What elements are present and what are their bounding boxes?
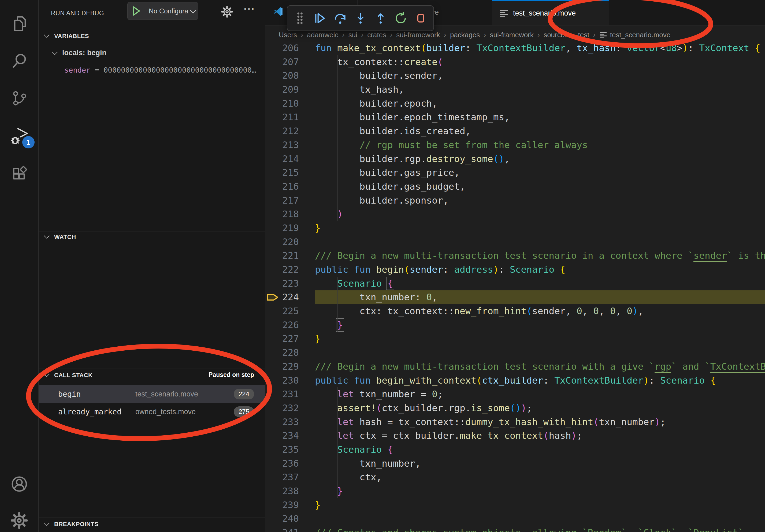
line-number[interactable]: 213 [265, 138, 315, 152]
code-line-219: 219} [265, 221, 765, 235]
line-number[interactable]: 231 [265, 387, 315, 401]
code-line-228: 228 [265, 346, 765, 360]
step-into-button[interactable] [353, 11, 368, 26]
line-number[interactable]: 214 [265, 152, 315, 166]
variables-scope-row[interactable]: locals: begin [53, 49, 106, 57]
line-number[interactable]: 228 [265, 346, 315, 360]
line-number[interactable]: 234 [265, 429, 315, 443]
code-line-206: 206fun make_tx_context(builder: TxContex… [265, 44, 765, 55]
line-number[interactable]: 229 [265, 360, 315, 374]
breadcrumb-item-file[interactable]: test_scenario.move [599, 31, 670, 39]
code-line-text: fun make_tx_context(builder: TxContextBu… [315, 44, 765, 55]
line-number[interactable]: 230 [265, 374, 315, 388]
line-number[interactable]: 219 [265, 221, 315, 235]
code-line-238: 238 } [265, 484, 765, 498]
line-number[interactable]: 240 [265, 512, 315, 526]
debug-status-badge: Paused on step [209, 371, 254, 379]
code-line-text: /// Begin a new multi-transaction test s… [315, 360, 765, 374]
line-number[interactable]: 222 [265, 263, 315, 277]
line-number[interactable]: 212 [265, 124, 315, 138]
account-icon[interactable] [0, 469, 38, 499]
line-number[interactable]: 224 [265, 290, 315, 304]
line-number[interactable]: 220 [265, 235, 315, 249]
run-and-debug-icon[interactable]: 1 [0, 121, 38, 150]
code-line-text: tx_hash, [315, 83, 765, 97]
step-out-button[interactable] [373, 11, 388, 26]
breadcrumb-item[interactable]: sui [349, 31, 357, 39]
call-stack-frame-begin[interactable]: begintest_scenario.move224 [39, 385, 265, 403]
step-over-button[interactable] [333, 11, 348, 26]
code-line-text [315, 235, 765, 249]
call-stack-frame-already_marked[interactable]: already_markedowned_tests.move275 [39, 403, 265, 420]
line-number[interactable]: 235 [265, 443, 315, 457]
line-number[interactable]: 233 [265, 415, 315, 429]
breadcrumb-separator-icon: › [593, 31, 595, 39]
line-number[interactable]: 218 [265, 207, 315, 221]
breadcrumb-separator-icon: › [444, 31, 446, 39]
drag-handle-icon[interactable] [293, 11, 308, 26]
more-actions-icon[interactable]: ⋯ [243, 2, 256, 15]
line-number[interactable]: 226 [265, 318, 315, 332]
line-number[interactable]: 237 [265, 470, 315, 484]
variables-section-header[interactable]: VARIABLES [45, 33, 89, 40]
settings-gear-icon[interactable] [0, 506, 38, 532]
code-line-239: 239} [265, 498, 765, 512]
code-editor[interactable]: 206fun make_tx_context(builder: TxContex… [265, 44, 765, 532]
search-icon[interactable] [0, 46, 38, 76]
frame-function: already_marked [58, 407, 135, 416]
line-number[interactable]: 208 [265, 69, 315, 83]
line-number[interactable]: 227 [265, 332, 315, 346]
code-line-text: txn_number: 0, [315, 290, 765, 304]
code-line-217: 217 builder.sponsor, [265, 194, 765, 208]
line-number[interactable]: 209 [265, 83, 315, 97]
line-number[interactable]: 206 [265, 44, 315, 55]
debug-settings-gear-icon[interactable] [221, 6, 233, 19]
watch-section-header[interactable]: WATCH [45, 234, 76, 241]
variable-row-sender[interactable]: sender = 0000000000000000000000000000000… [64, 66, 260, 74]
breadcrumb-separator-icon: › [361, 31, 364, 39]
restart-button[interactable] [393, 11, 408, 26]
line-number[interactable]: 223 [265, 277, 315, 291]
line-number[interactable]: 225 [265, 304, 315, 318]
line-number[interactable]: 221 [265, 249, 315, 263]
line-number[interactable]: 238 [265, 484, 315, 498]
breadcrumb-separator-icon: › [342, 31, 345, 39]
debug-config-select[interactable]: No Configura [145, 7, 191, 15]
breadcrumb-item[interactable]: adamwelc [307, 31, 338, 39]
tab-test-scenario-move[interactable]: test_scenario.move [492, 0, 609, 25]
breadcrumb-item[interactable]: packages [450, 31, 480, 39]
breadcrumb-item[interactable]: crates [367, 31, 386, 39]
code-line-210: 210 builder.epoch, [265, 97, 765, 111]
extensions-icon[interactable] [0, 158, 38, 188]
line-number[interactable]: 210 [265, 97, 315, 111]
code-line-text: assert!(ctx_builder.rgp.is_some()); [315, 401, 765, 415]
code-line-text: } [315, 221, 765, 235]
explorer-icon[interactable] [0, 9, 38, 39]
line-number[interactable]: 236 [265, 457, 315, 471]
breadcrumb-item[interactable]: sui-framework [490, 31, 534, 39]
breadcrumb-item[interactable]: sources [543, 31, 568, 39]
code-line-231: 231 let txn_number = 0; [265, 387, 765, 401]
line-number[interactable]: 232 [265, 401, 315, 415]
line-number[interactable]: 215 [265, 166, 315, 180]
call-stack-section-header[interactable]: CALL STACK [45, 372, 93, 379]
line-number[interactable]: 217 [265, 194, 315, 208]
line-number[interactable]: 207 [265, 55, 315, 69]
code-line-text: public fun begin(sender: address): Scena… [315, 263, 765, 277]
chevron-down-icon [52, 49, 58, 55]
stop-button[interactable] [413, 11, 428, 26]
start-debug-play-icon[interactable] [128, 2, 145, 20]
breadcrumb-item[interactable]: test [578, 31, 589, 39]
line-number[interactable]: 239 [265, 498, 315, 512]
line-number[interactable]: 211 [265, 111, 315, 124]
line-number[interactable]: 241 [265, 526, 315, 532]
source-control-icon[interactable] [0, 84, 38, 113]
code-line-text [315, 346, 765, 360]
continue-button[interactable] [313, 11, 328, 26]
breadcrumb-item[interactable]: sui-framework [396, 31, 440, 39]
code-line-text: builder.gas_budget, [315, 180, 765, 194]
line-number[interactable]: 216 [265, 180, 315, 194]
start-debug-button-group[interactable]: No Configura [127, 2, 198, 20]
breadcrumb-item[interactable]: Users [279, 31, 297, 39]
breakpoints-section-header[interactable]: BREAKPOINTS [45, 521, 99, 528]
